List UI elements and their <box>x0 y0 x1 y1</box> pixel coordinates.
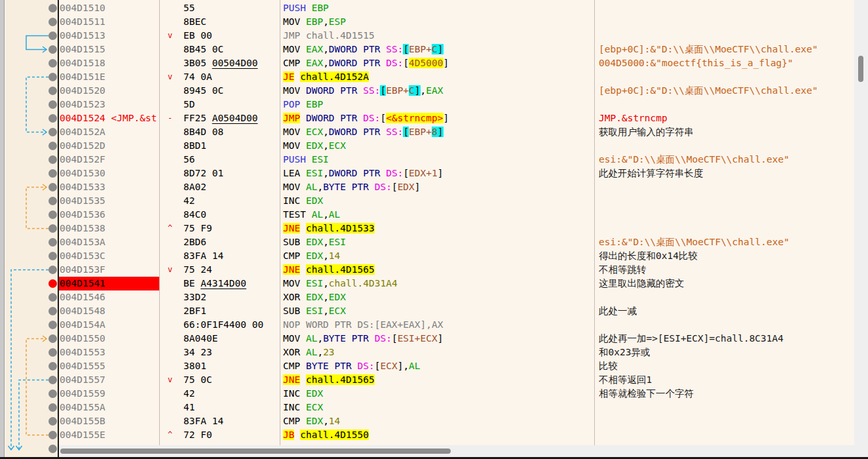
instruction-token: TEST <box>283 209 312 220</box>
instruction-token: AL <box>306 182 317 192</box>
instruction-token: EBP <box>306 16 323 27</box>
breakpoint-dot[interactable] <box>48 31 57 40</box>
breakpoint-dot[interactable] <box>48 417 57 426</box>
disasm-row[interactable]: 004D152A8B4D 08MOV ECX,DWORD PTR SS:[EBP… <box>0 125 854 139</box>
disasm-row[interactable]: 004D155942INC EDX相等就检验下一个字符 <box>0 387 854 401</box>
instruction-cell: MOV EAX,DWORD PTR SS:[EBP+C] <box>283 43 443 56</box>
bytes-cell: 2BF1 <box>183 304 206 318</box>
disasm-row[interactable]: 004D15508A040EMOV AL,BYTE PTR DS:[ESI+EC… <box>0 332 854 346</box>
disasm-row[interactable]: 004D15183B05 00504D00CMP EAX,DWORD PTR D… <box>0 56 854 70</box>
breakpoint-dot[interactable] <box>48 348 57 357</box>
instruction-cell: PUSH ESI <box>283 153 329 167</box>
disasm-row[interactable]: 004D1538^75 F9JNE chall.4D1533 <box>0 222 854 235</box>
disasm-row[interactable]: 004D15308D72 01LEA ESI,DWORD PTR DS:[EDX… <box>0 167 854 180</box>
breakpoint-dot[interactable] <box>48 114 57 123</box>
breakpoint-dot[interactable] <box>48 334 57 343</box>
breakpoint-dot[interactable] <box>48 362 57 370</box>
instruction-token: , <box>403 361 409 371</box>
disasm-row[interactable]: 004D15158B45 0CMOV EAX,DWORD PTR SS:[EBP… <box>0 43 854 56</box>
instruction-token: , <box>323 209 329 220</box>
breakpoint-dot[interactable] <box>48 4 57 12</box>
address-cell: 004D1557 <box>59 373 159 387</box>
disasm-row[interactable]: 004D155B83FA 14CMP EDX,14 <box>0 414 854 428</box>
breakpoint-dot[interactable] <box>48 293 57 302</box>
disasm-row[interactable]: 004D15482BF1SUB ESI,ECX此处一减 <box>0 304 854 318</box>
breakpoint-dot[interactable] <box>48 238 57 247</box>
instruction-token: [ <box>403 58 409 68</box>
disasm-row[interactable]: 004D1524 <JMP.&st-FF25 A0504D00JMP DWORD… <box>0 111 854 125</box>
disasm-row[interactable]: 004D151055PUSH EBP <box>0 1 854 15</box>
disasm-row[interactable]: 004D1541BE A4314D00MOV ESI,chall.4D31A4这… <box>0 277 854 290</box>
breakpoint-dot[interactable] <box>48 45 57 54</box>
breakpoint-dot[interactable] <box>48 252 57 260</box>
bytes-cell: 8A040E <box>183 332 217 346</box>
bytes-address-underlined: A4314D00 <box>200 278 246 289</box>
breakpoint-dot[interactable] <box>48 210 57 219</box>
breakpoint-dot[interactable] <box>48 183 57 191</box>
disasm-row[interactable]: 004D153Fv75 24JNE chall.4D1565不相等跳转 <box>0 263 854 277</box>
breakpoint-dot[interactable] <box>48 266 57 274</box>
horizontal-scrollbar-thumb[interactable] <box>60 449 451 454</box>
instruction-token: EAX <box>426 85 443 96</box>
breakpoint-dot[interactable] <box>48 142 57 150</box>
bytes-cell: 83FA 14 <box>183 414 223 428</box>
breakpoint-dot[interactable] <box>48 59 57 68</box>
breakpoint-dot[interactable] <box>48 128 57 136</box>
breakpoint-dot[interactable] <box>48 197 57 205</box>
disasm-row[interactable]: 004D15338A02MOV AL,BYTE PTR DS:[EDX] <box>0 180 854 194</box>
breakpoint-dot[interactable] <box>48 73 57 81</box>
instruction-token: JNE <box>283 374 300 385</box>
vertical-scrollbar-thumb[interactable] <box>858 56 863 82</box>
breakpoint-dot[interactable] <box>48 87 57 95</box>
breakpoint-dot[interactable] <box>48 445 57 453</box>
breakpoint-dot[interactable] <box>48 389 57 398</box>
breakpoint-dot[interactable] <box>48 155 57 164</box>
disasm-row[interactable]: 004D154A66:0F1F4400 00NOP WORD PTR DS:[E… <box>0 318 854 332</box>
disasm-row[interactable]: 004D154633D2XOR EDX,EDX <box>0 290 854 304</box>
bytes-cell: 74 0A <box>183 70 212 84</box>
bytes-text: 3B05 <box>183 58 212 68</box>
disasm-row[interactable]: 004D152F56PUSH ESIesi:&"D:\\桌面\\MoeCTF\\… <box>0 153 854 167</box>
breakpoint-dot[interactable] <box>48 431 57 439</box>
breakpoint-dot[interactable] <box>48 403 57 412</box>
disasm-row[interactable]: 004D15553801CMP BYTE PTR DS:[ECX],AL比较 <box>0 359 854 373</box>
disasm-row[interactable]: 004D153542INC EDX <box>0 194 854 208</box>
disasm-row[interactable]: 004D155E^72 F0JB chall.4D1550 <box>0 428 854 442</box>
disasm-row[interactable]: 004D153684C0TEST AL,AL <box>0 208 854 222</box>
instruction-token: ESP <box>329 16 346 27</box>
horizontal-scrollbar-track[interactable] <box>59 445 854 457</box>
disasm-row[interactable]: 004D155334 23XOR AL,23和0x23异或 <box>0 346 854 359</box>
breakpoint-dot[interactable] <box>48 376 57 384</box>
breakpoint-dot[interactable] <box>48 307 57 315</box>
instruction-token: EDX <box>306 416 323 426</box>
disasm-row[interactable]: 004D15208945 0CMOV DWORD PTR SS:[EBP+C],… <box>0 84 854 98</box>
instruction-token: MOV <box>283 140 306 151</box>
instruction-cell: MOV ECX,DWORD PTR SS:[EBP+8] <box>283 125 443 139</box>
disasm-row[interactable]: 004D153C83FA 14CMP EDX,14得出的长度和0x14比较 <box>0 249 854 263</box>
breakpoint-dot[interactable] <box>48 224 57 233</box>
address-cell: 004D153C <box>59 249 159 263</box>
instruction-token: ] <box>415 85 421 96</box>
disasm-row[interactable]: 004D152D8BD1MOV EDX,ECX <box>0 139 854 153</box>
breakpoint-dot[interactable] <box>48 100 57 109</box>
disasm-row[interactable]: 004D15118BECMOV EBP,ESP <box>0 15 854 29</box>
disasm-row[interactable]: 004D153A2BD6SUB EDX,ESIesi:&"D:\\桌面\\Moe… <box>0 235 854 249</box>
disasm-row[interactable]: 004D155A41INC ECX <box>0 401 854 414</box>
instruction-cell: POP EBP <box>283 98 323 111</box>
instruction-cell: CMP BYTE PTR DS:[ECX],AL <box>283 359 421 373</box>
breakpoint-dot[interactable] <box>48 321 57 329</box>
disasm-row[interactable]: 004D1513vEB 00JMP chall.4D1515 <box>0 29 854 43</box>
breakpoint-dot[interactable] <box>48 18 57 26</box>
breakpoint-dot[interactable] <box>48 169 57 178</box>
disasm-row[interactable]: 004D151Ev74 0AJE chall.4D152A <box>0 70 854 84</box>
instruction-token: chall.4D1565 <box>306 264 375 275</box>
breakpoint-dot[interactable] <box>48 279 57 288</box>
disasm-row[interactable]: 004D1557v75 0CJNE chall.4D1565不相等返回1 <box>0 373 854 387</box>
disasm-row[interactable]: 004D15235DPOP EBP <box>0 98 854 111</box>
jump-direction-marker: ^ <box>168 428 172 442</box>
instruction-token: MOV <box>283 333 306 344</box>
instruction-token: , <box>323 237 329 247</box>
bytes-text: 8BEC <box>183 16 206 27</box>
vertical-scrollbar-track[interactable] <box>854 0 868 457</box>
instruction-token: EBP <box>312 3 329 13</box>
